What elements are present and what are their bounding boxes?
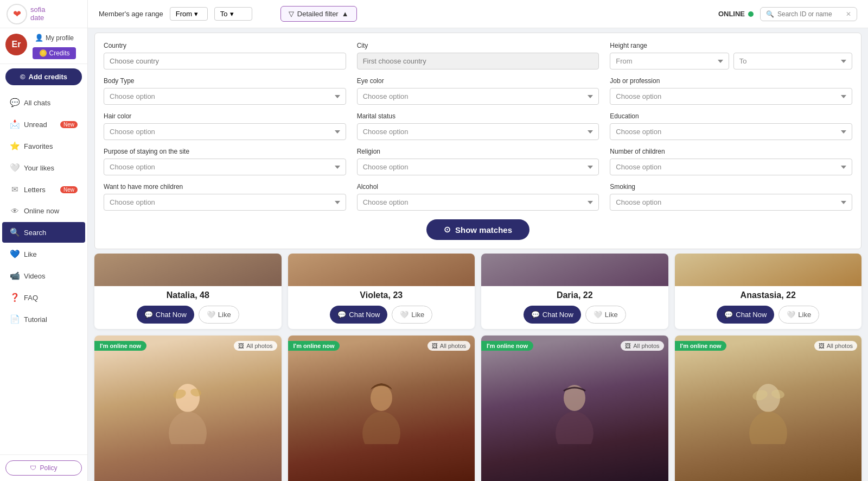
- add-credits-button[interactable]: © Add credits: [5, 68, 82, 85]
- sidebar-item-like[interactable]: 💙 Like: [2, 244, 85, 264]
- online-dot: [748, 11, 754, 17]
- logo-heart-icon: ❤: [13, 8, 21, 20]
- country-filter: Country: [104, 42, 346, 69]
- sidebar-item-faq[interactable]: ❓ FAQ: [2, 287, 85, 308]
- religion-filter: Religion Choose option: [357, 148, 599, 175]
- online-indicator: ONLINE: [718, 10, 754, 18]
- svg-point-5: [362, 412, 400, 444]
- sidebar-item-all-chats[interactable]: 💬 All chats: [2, 92, 85, 113]
- show-matches-button[interactable]: ⊙ Show matches: [426, 219, 529, 240]
- policy-button[interactable]: 🛡 Policy: [5, 460, 82, 476]
- my-profile-button[interactable]: 👤 My profile: [33, 33, 76, 43]
- profile-actions: 💬 Chat Now 🤍 Like: [481, 302, 668, 329]
- city-label: City: [357, 42, 599, 49]
- body-type-select[interactable]: Choose option: [104, 88, 346, 105]
- chat-icon: 💬: [531, 311, 540, 319]
- city-input[interactable]: [357, 53, 599, 69]
- chat-now-button[interactable]: 💬 Chat Now: [717, 306, 774, 324]
- height-from-select[interactable]: From: [610, 53, 729, 69]
- like-button[interactable]: 🤍 Like: [392, 306, 432, 324]
- marital-filter: Marital status Choose option: [357, 112, 599, 140]
- hair-color-filter: Hair color Choose option: [104, 112, 346, 140]
- all-photos-badge[interactable]: 🖼 All photos: [427, 341, 470, 351]
- more-children-select[interactable]: Choose option: [104, 194, 346, 211]
- sidebar: ❤ sofia date Er 👤 My profile 🪙 Credits ©…: [0, 0, 88, 481]
- sidebar-item-search[interactable]: 🔍 Search: [2, 222, 85, 243]
- height-to-select[interactable]: To: [733, 53, 852, 69]
- purpose-filter: Purpose of staying on the site Choose op…: [104, 148, 346, 175]
- alcohol-select[interactable]: Choose option: [357, 194, 599, 211]
- filter-grid: Country City Height range From To: [104, 42, 852, 211]
- education-select[interactable]: Choose option: [610, 123, 852, 140]
- education-filter: Education Choose option: [610, 112, 852, 140]
- smoking-select[interactable]: Choose option: [610, 194, 852, 211]
- sidebar-item-tutorial[interactable]: 📄 Tutorial: [2, 309, 85, 330]
- eye-color-label: Eye color: [357, 77, 599, 85]
- sidebar-item-letters[interactable]: ✉ Letters New: [2, 179, 85, 200]
- children-label: Number of children: [610, 148, 852, 155]
- letters-badge: New: [60, 186, 78, 193]
- religion-select[interactable]: Choose option: [357, 159, 599, 175]
- online-badge: I'm online now: [481, 341, 533, 351]
- profiles-grid: I'm online now 🖼 All photos Alina, 26 💬 …: [94, 336, 861, 481]
- search-id-input[interactable]: [777, 10, 843, 18]
- purpose-select[interactable]: Choose option: [104, 159, 346, 175]
- list-item: I'm online now 🖼 All photos Marina, 24 💬…: [288, 336, 475, 481]
- education-label: Education: [610, 112, 852, 120]
- alcohol-label: Alcohol: [357, 183, 599, 191]
- policy-icon: 🛡: [30, 464, 36, 472]
- body-type-label: Body Type: [104, 77, 346, 85]
- country-input[interactable]: [104, 53, 346, 69]
- chevron-down-icon: ▾: [230, 10, 234, 18]
- logo-text: sofia date: [30, 6, 45, 22]
- age-from-select[interactable]: From ▾: [170, 7, 208, 21]
- search-id-field[interactable]: 🔍 ✕: [760, 7, 857, 21]
- table-row: Daria, 22 💬 Chat Now 🤍 Like: [481, 254, 668, 329]
- job-select[interactable]: Choose option: [610, 88, 852, 105]
- hair-color-label: Hair color: [104, 112, 346, 120]
- table-row: Violeta, 23 💬 Chat Now 🤍 Like: [288, 254, 475, 329]
- like-button[interactable]: 🤍 Like: [778, 306, 819, 324]
- all-photos-badge[interactable]: 🖼 All photos: [234, 341, 277, 351]
- more-children-filter: Want to have more children Choose option: [104, 183, 346, 211]
- search-nav-icon: 🔍: [10, 227, 20, 237]
- children-filter: Number of children Choose option: [610, 148, 852, 175]
- list-item: I'm online now 🖼 All photos Karina, 25 💬…: [675, 336, 862, 481]
- children-select[interactable]: Choose option: [610, 159, 852, 175]
- age-to-select[interactable]: To ▾: [214, 7, 252, 21]
- like-button[interactable]: 🤍 Like: [199, 306, 239, 324]
- logo: ❤ sofia date: [0, 0, 87, 28]
- profile-actions: 💬 Chat Now 🤍 Like: [94, 302, 282, 329]
- marital-select[interactable]: Choose option: [357, 123, 599, 140]
- profile-card-top: I'm online now 🖼 All photos: [288, 336, 475, 481]
- chat-now-button[interactable]: 💬 Chat Now: [137, 306, 194, 324]
- add-credits-icon: ©: [20, 73, 25, 81]
- hair-color-select[interactable]: Choose option: [104, 123, 346, 140]
- svg-point-1: [169, 412, 207, 444]
- all-photos-badge[interactable]: 🖼 All photos: [621, 341, 663, 351]
- chat-now-button[interactable]: 💬 Chat Now: [524, 306, 581, 324]
- sidebar-nav: 💬 All chats 📩 Unread New ⭐ Favorites 🤍 Y…: [0, 90, 87, 454]
- heart-icon: 🤍: [400, 311, 409, 319]
- job-filter: Job or profession Choose option: [610, 77, 852, 105]
- sidebar-item-favorites[interactable]: ⭐ Favorites: [2, 136, 85, 156]
- svg-point-4: [371, 385, 392, 411]
- clear-search-icon[interactable]: ✕: [846, 10, 851, 18]
- sidebar-item-online-now[interactable]: 👁 Online now: [2, 201, 85, 221]
- profile-image: [94, 336, 282, 481]
- sidebar-item-your-likes[interactable]: 🤍 Your likes: [2, 157, 85, 178]
- eye-color-select[interactable]: Choose option: [357, 88, 599, 105]
- filter-icon: ▽: [289, 10, 294, 18]
- detailed-filter-button[interactable]: ▽ Detailed filter ▲: [280, 6, 357, 22]
- like-button[interactable]: 🤍 Like: [585, 306, 626, 324]
- search-id-icon: 🔍: [766, 10, 774, 18]
- profile-name: Daria, 22: [481, 286, 668, 302]
- marital-label: Marital status: [357, 112, 599, 120]
- photos-icon: 🖼: [819, 343, 825, 349]
- sidebar-item-videos[interactable]: 📹 Videos: [2, 265, 85, 286]
- chat-now-button[interactable]: 💬 Chat Now: [330, 306, 387, 324]
- profile-actions: 💬 Chat Now 🤍 Like: [288, 302, 475, 329]
- sidebar-item-unread[interactable]: 📩 Unread New: [2, 114, 85, 135]
- credits-button[interactable]: 🪙 Credits: [33, 47, 76, 59]
- all-photos-badge[interactable]: 🖼 All photos: [814, 341, 857, 351]
